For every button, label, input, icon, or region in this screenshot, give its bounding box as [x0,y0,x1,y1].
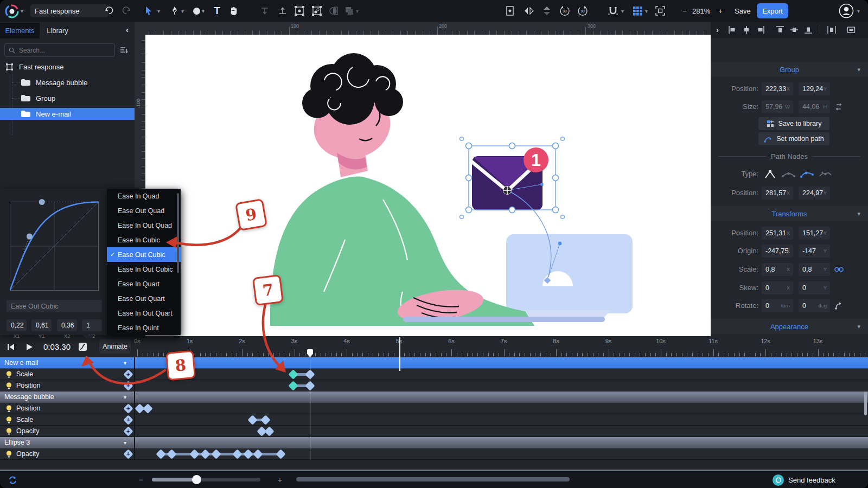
add-keyframe-button[interactable]: + [123,403,133,413]
text-tool[interactable]: T [210,4,224,17]
easing-menu-item[interactable]: Ease In Out Quad [107,218,181,233]
node-type-corner-icon[interactable] [763,168,777,180]
scale-x-field[interactable]: 0,8X [762,263,793,276]
group-position-y-field[interactable]: 129,24Y [799,82,830,95]
easing-menu-item[interactable]: Ease Out Quart [107,291,181,306]
tab-elements[interactable]: Elements [0,23,40,38]
keyframe-diamond[interactable] [243,449,253,459]
easing-menu-item[interactable]: ✓Ease Out Cubic [107,247,181,262]
artboard[interactable]: 1 [145,35,711,336]
flip-vertical-icon[interactable] [540,4,553,17]
timeline-vertical-scrollbar[interactable] [864,391,867,415]
track-group-message-bubble[interactable]: Message bubble▾ [0,391,868,403]
menu-scrollbar[interactable] [177,193,179,273]
pen-tool-caret[interactable]: ▾ [181,8,184,14]
node-type-asymmetric-icon[interactable] [800,168,814,180]
keyframe-diamond[interactable] [288,381,298,390]
align-bottom-icon[interactable] [803,25,813,35]
hand-tool[interactable] [227,4,240,17]
ungroup-icon[interactable] [311,5,323,17]
tidy-icon[interactable] [846,25,856,35]
group-size-w-field[interactable]: 57,96W [762,100,793,113]
ellipse-tool[interactable] [190,4,203,17]
pen-tool[interactable] [168,4,181,17]
timeline-ruler[interactable]: 0s1s2s3s4s5s6s7s8s9s10s11s12s13s [135,336,868,357]
align-top-icon[interactable] [775,25,785,35]
loop-toggle-icon[interactable] [7,474,18,486]
add-keyframe-button[interactable]: + [123,449,133,459]
node-position-y-field[interactable]: 224,97Y [799,187,830,200]
easing-menu-item[interactable]: Ease Out Quad [107,203,181,218]
transform-position-y-field[interactable]: 151,27Y [799,227,830,240]
flip-horizontal-icon[interactable] [522,4,535,17]
easing-menu-item[interactable]: Ease In Cubic [107,233,181,247]
easing-x1-input[interactable] [7,319,27,331]
zoom-to-fit-icon[interactable] [654,4,667,17]
snapping-magnet-icon[interactable] [607,4,620,17]
section-transforms[interactable]: Transforms▾ [711,206,868,221]
section-group[interactable]: Group▾ [711,62,868,77]
easing-x2-input[interactable] [57,319,77,331]
track-prop-position[interactable]: Position+ [0,403,868,414]
tab-library[interactable]: Library [40,23,75,38]
timeline-hscroll-thumb[interactable] [296,477,570,481]
track-prop-opacity[interactable]: Opacity+ [0,448,868,460]
track-group-new-e-mail[interactable]: New e-mail▾ [0,357,868,369]
logo-menu-caret[interactable]: ▾ [21,8,23,14]
scale-y-field[interactable]: 0,8Y [799,263,830,276]
keyframe-diamond[interactable] [211,449,221,459]
keyframe-diamond[interactable] [247,415,257,425]
timeline-zoom-in[interactable]: + [275,473,285,485]
keyframe-diamond[interactable] [143,403,152,413]
zoom-level[interactable]: 281% [692,7,710,15]
keyframe-diamond[interactable] [260,415,270,425]
select-tool-caret[interactable]: ▾ [157,8,160,14]
group-size-h-field[interactable]: 44,06H [799,100,830,113]
collapse-chevron-icon[interactable]: ▾ [124,391,126,402]
align-middle-icon[interactable] [789,25,799,35]
send-feedback-button[interactable]: Send feedback [773,474,835,486]
keyframe-diamond[interactable] [288,369,298,379]
collapse-sidebar-icon[interactable]: ‹ [126,25,129,34]
keyframe-diamond[interactable] [200,449,210,459]
sidebar-item-new-e-mail[interactable]: New e-mail [0,108,135,120]
timeline-zoom-out[interactable]: − [136,473,146,485]
keyframe-diamond[interactable] [189,449,199,459]
animate-button[interactable]: Animate [99,339,131,354]
track-group-ellipse-3[interactable]: Ellipse 3▾ [0,437,868,448]
track-prop-position[interactable]: Position+ [0,380,868,391]
rotate-cw-90-icon[interactable]: 90 [576,4,589,17]
transform-position-x-field[interactable]: 251,31X [762,227,793,240]
undo-button[interactable] [103,5,115,17]
rotate-mode-icon[interactable] [834,301,843,310]
set-motion-path-button[interactable]: Set motion path [758,132,829,145]
easing-curve-editor[interactable] [4,196,104,297]
laptop-screen[interactable] [506,234,633,313]
distribute-h-icon[interactable] [827,25,837,35]
search-box[interactable] [4,43,115,57]
zoom-out-button[interactable]: − [679,5,690,17]
keyframe-diamond[interactable] [232,449,242,459]
add-keyframe-button[interactable]: + [123,415,133,425]
avatar-caret[interactable]: ▾ [857,8,860,14]
rotate-deg-field[interactable]: 0deg [799,299,830,312]
easing-curve-button[interactable] [77,342,88,352]
export-button[interactable]: Export [757,3,788,18]
easing-menu-item[interactable]: Ease In Out Cubic [107,262,181,277]
node-position-x-field[interactable]: 281,57X [762,187,793,200]
save-to-library-button[interactable]: Save to library [758,117,829,130]
collapse-chevron-icon[interactable]: ▾ [124,437,126,448]
keyframe-diamond[interactable] [276,449,285,459]
node-type-disconnected-icon[interactable] [818,168,833,180]
zoom-in-button[interactable]: + [715,5,726,17]
track-prop-scale[interactable]: Scale+ [0,414,868,426]
tree-root-row[interactable]: Fast response [0,61,135,73]
ellipse-tool-caret[interactable]: ▾ [202,8,205,14]
redo-button[interactable] [120,5,132,17]
add-keyframe-button[interactable]: + [123,381,133,390]
sidebar-item-group[interactable]: Group [0,92,135,104]
keyframe-diamond[interactable] [156,449,165,459]
origin-x-field[interactable]: -247,75X [762,245,793,258]
expand-panel-icon[interactable]: › [716,25,719,34]
group-position-x-field[interactable]: 222,33X [762,82,793,95]
